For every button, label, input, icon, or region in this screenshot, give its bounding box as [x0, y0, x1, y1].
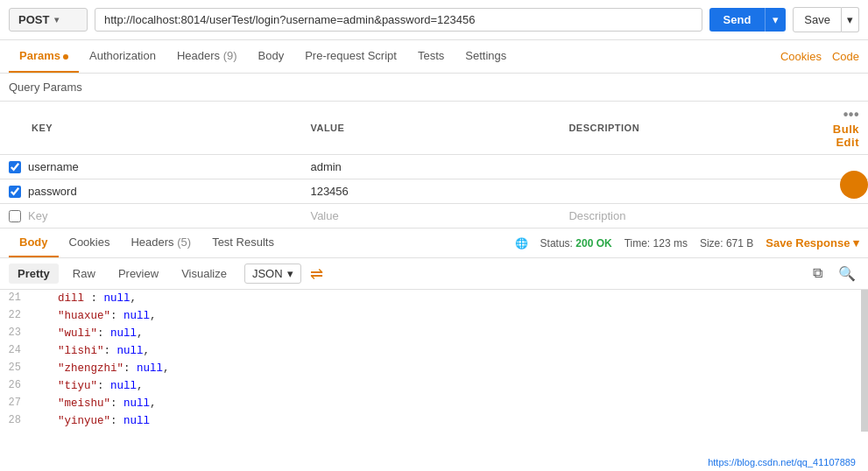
tab-headers[interactable]: Headers (9) — [166, 40, 248, 73]
code-line-23: 23 "wuli": null, — [0, 325, 861, 342]
save-dropdown-button[interactable]: ▾ — [842, 7, 859, 32]
line-content-29: }, — [32, 430, 861, 432]
wrap-icon[interactable]: ⇌ — [310, 264, 323, 284]
params-table: KEY VALUE DESCRIPTION ••• Bulk Edit user… — [0, 102, 868, 228]
line-num-23: 23 — [0, 325, 32, 341]
row2-key: password — [28, 185, 77, 198]
tab-prerequest-label: Pre-request Script — [305, 49, 397, 62]
send-button[interactable]: Send — [709, 8, 766, 32]
tab-params[interactable]: Params — [9, 40, 79, 73]
tab-prerequest[interactable]: Pre-request Script — [294, 40, 407, 73]
bottom-tab-body[interactable]: Body — [9, 228, 59, 257]
cookies-link[interactable]: Cookies — [780, 50, 822, 63]
globe-icon: 🌐 — [515, 237, 528, 250]
bulk-edit-button[interactable]: Bulk Edit — [833, 123, 859, 149]
code-line-21: 21 dill : null, — [0, 290, 861, 307]
time-value: 123 ms — [653, 237, 688, 250]
line-num-28: 28 — [0, 412, 32, 429]
status-label: Status: 200 OK — [540, 237, 612, 250]
format-raw-button[interactable]: Raw — [64, 264, 104, 284]
bottom-tab-cookies-label: Cookies — [69, 236, 110, 249]
line-num-21: 21 — [0, 290, 32, 306]
copy-icon[interactable]: ⧉ — [809, 264, 826, 284]
section-label-text: Query Params — [9, 81, 82, 94]
line-content-23: "wuli": null, — [32, 325, 861, 342]
url-bar: POST ▾ Send ▾ Save ▾ — [0, 0, 868, 40]
code-line-24: 24 "lishi": null, — [0, 342, 861, 360]
code-line-28: 28 "yinyue": null — [0, 412, 861, 430]
line-num-24: 24 — [0, 342, 32, 359]
format-visualize-button[interactable]: Visualize — [173, 264, 236, 284]
line-content-26: "tiyu": null, — [32, 377, 861, 395]
row1-desc — [560, 155, 818, 179]
bottom-tab-test-results[interactable]: Test Results — [201, 228, 285, 257]
code-line-26: 26 "tiyu": null, — [0, 377, 861, 395]
row3-key-cell: Key — [0, 204, 301, 228]
dots-icon[interactable]: ••• — [843, 107, 859, 122]
bottom-tab-testresults-label: Test Results — [212, 236, 274, 249]
row1-value: admin — [301, 155, 560, 179]
url-input[interactable] — [95, 8, 702, 32]
row3-checkbox[interactable] — [9, 210, 21, 222]
col-key-label: KEY — [32, 123, 53, 133]
tab-body[interactable]: Body — [248, 40, 295, 73]
size-label: Size: 671 B — [700, 237, 753, 250]
col-key-header: KEY — [0, 102, 301, 155]
col-value-label: VALUE — [310, 123, 344, 133]
format-bar: Pretty Raw Preview Visualize JSON ▾ ⇌ ⧉ … — [0, 258, 868, 290]
tab-settings[interactable]: Settings — [455, 40, 517, 73]
col-desc-header: DESCRIPTION — [560, 102, 818, 155]
headers-badge: (9) — [220, 49, 237, 62]
line-num-25: 25 — [0, 360, 32, 376]
col-desc-label: DESCRIPTION — [568, 123, 639, 133]
search-icon[interactable]: 🔍 — [835, 264, 859, 284]
bottom-tab-headers-label: Headers — [131, 236, 173, 249]
method-selector[interactable]: POST ▾ — [9, 8, 88, 32]
row1-key-cell: username — [0, 155, 301, 179]
json-format-dropdown[interactable]: JSON ▾ — [244, 264, 301, 284]
save-response-label: Save Response — [766, 236, 850, 250]
line-content-27: "meishu": null, — [32, 395, 861, 412]
line-content-24: "lishi": null, — [32, 342, 861, 360]
code-line-25: 25 "zhengzhi": null, — [0, 360, 861, 377]
format-preview-button[interactable]: Preview — [109, 264, 167, 284]
tab-authorization-label: Authorization — [89, 49, 156, 62]
row2-checkbox[interactable] — [9, 186, 21, 198]
col-value-header: VALUE — [301, 102, 560, 155]
bottom-tab-headers[interactable]: Headers (5) — [120, 228, 201, 257]
row3-desc-placeholder: Description — [560, 204, 818, 228]
format-pretty-button[interactable]: Pretty — [9, 264, 59, 284]
code-line-29: 29 }, — [0, 430, 861, 432]
code-link[interactable]: Code — [832, 50, 859, 63]
row1-key: username — [28, 160, 79, 173]
send-dropdown-button[interactable]: ▾ — [765, 8, 786, 32]
bottom-tab-cookies[interactable]: Cookies — [59, 228, 121, 257]
row3-key-placeholder: Key — [28, 209, 47, 222]
save-response-button[interactable]: Save Response ▾ — [766, 236, 859, 250]
row3-value-placeholder: Value — [301, 204, 560, 228]
size-value: 671 B — [726, 237, 753, 250]
tab-body-label: Body — [258, 49, 285, 62]
time-label: Time: 123 ms — [625, 237, 688, 250]
code-line-27: 27 "meishu": null, — [0, 395, 861, 412]
table-row: username admin — [0, 155, 868, 179]
tabs-right: Cookies Code — [780, 50, 859, 63]
line-content-21: dill : null, — [32, 290, 861, 307]
row3-actions — [819, 204, 868, 228]
save-response-chevron: ▾ — [853, 236, 859, 250]
tab-authorization[interactable]: Authorization — [79, 40, 166, 73]
save-button[interactable]: Save — [793, 7, 842, 32]
code-display: 21 dill : null, 22 "huaxue": null, 23 "w… — [0, 290, 868, 432]
line-num-26: 26 — [0, 377, 32, 394]
json-format-label: JSON — [252, 267, 283, 280]
line-content-28: "yinyue": null — [32, 412, 861, 430]
watermark-text: https://blog.csdn.net/qq_41107889 — [708, 457, 856, 467]
status-value: 200 OK — [575, 237, 611, 250]
status-area: 🌐 Status: 200 OK Time: 123 ms Size: 671 … — [515, 236, 859, 250]
table-row-placeholder: Key Value Description — [0, 204, 868, 228]
json-format-chevron-icon: ▾ — [287, 267, 293, 280]
avatar — [840, 171, 868, 199]
line-content-22: "huaxue": null, — [32, 307, 861, 325]
tab-tests[interactable]: Tests — [407, 40, 455, 73]
row1-checkbox[interactable] — [9, 161, 21, 173]
